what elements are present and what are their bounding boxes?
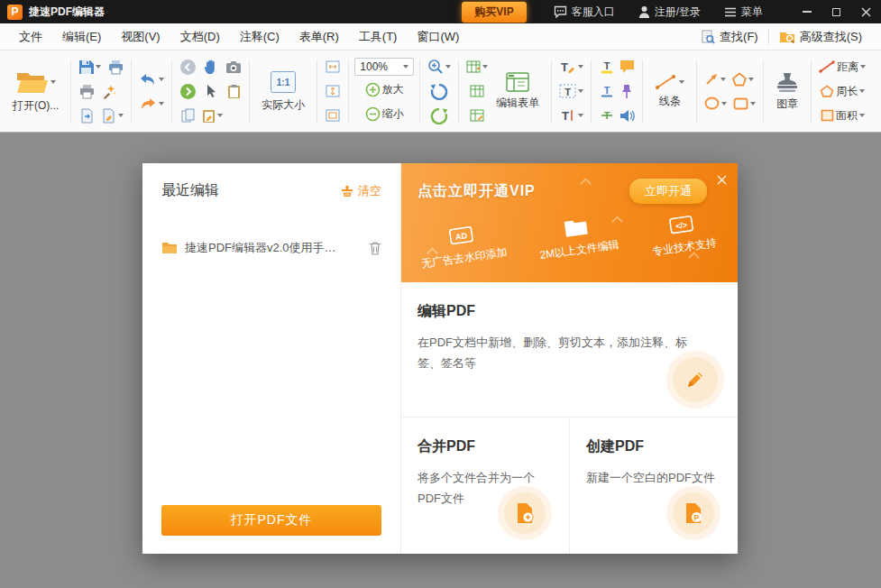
magnifier-dropdown-caret[interactable] [445,65,451,69]
ellipse-tool-button[interactable] [702,93,729,115]
advanced-find-button[interactable]: 高级查找(S) [769,29,872,45]
highlight-text-button[interactable]: T [597,56,617,78]
marquee-zoom-button[interactable] [426,56,453,78]
create-pdf-card[interactable]: 创建PDF 新建一个空白的PDF文件 P [569,418,738,554]
form-properties-button[interactable] [464,105,490,126]
login-button[interactable]: 注册/登录 [638,5,701,20]
menu-document[interactable]: 文档(D) [170,24,230,50]
ellipse-dropdown-caret[interactable] [721,102,727,106]
redo-dropdown-caret[interactable] [159,102,164,106]
polygon-tool-button[interactable] [730,69,756,90]
polygon-dropdown-caret[interactable] [748,78,754,81]
fit-width-button[interactable] [323,56,343,78]
form-dropdown-caret[interactable] [482,65,488,69]
arrow-dropdown-caret[interactable] [720,78,726,81]
distance-tool-button[interactable]: 距离 [817,56,867,78]
form-field-button[interactable] [464,80,490,102]
app-menu-button[interactable]: 菜单 [724,5,763,20]
edit-text-button[interactable]: T [557,56,585,78]
line-dropdown-caret[interactable] [679,80,684,84]
zoom-out-button[interactable]: 缩小 [354,103,414,124]
snapshot-button[interactable] [224,56,243,78]
find-button[interactable]: 查找(F) [691,29,768,45]
menu-window[interactable]: 窗口(W) [407,24,469,50]
actual-size-button[interactable]: 1:1 实际大小 [255,67,311,116]
feature-large-files-label: 2M以上文件编辑 [539,237,620,263]
rectangle-tool-button[interactable] [731,93,757,115]
area-tool-button[interactable]: 面积 [817,105,867,126]
add-text-button[interactable]: T [557,80,585,102]
open-file-button[interactable]: 打开(O)... [6,66,65,117]
zoom-level-select[interactable]: 100% [354,58,414,76]
edit-text-caret[interactable] [578,65,583,69]
open-dropdown-caret[interactable] [50,80,56,84]
wizard-button[interactable] [99,80,119,102]
rotate-right-button[interactable] [426,105,453,126]
add-text-caret[interactable] [578,89,583,93]
comment-button[interactable] [617,56,637,78]
undo-dropdown-caret[interactable] [159,78,164,81]
minimize-button[interactable] [792,0,821,23]
line-tool-button[interactable]: 线条 [648,70,691,113]
redo-button[interactable] [137,93,166,115]
merge-pdf-card[interactable]: 合并PDF 将多个文件合并为一个PDF文件 [401,418,569,554]
edit-pdf-card[interactable]: 编辑PDF 在PDF文档中新增、删除、剪切文本，添加注释、标签、签名等 [401,282,738,418]
clear-recent-button[interactable]: 清空 [341,183,381,199]
clipboard-icon [227,84,241,99]
print-button[interactable] [77,80,96,102]
area-dropdown-caret[interactable] [859,114,865,117]
edit-form-button[interactable]: 编辑表单 [490,69,546,115]
hand-tool-button[interactable] [201,56,221,78]
actual-size-label: 实际大小 [262,97,305,113]
menu-file[interactable]: 文件 [9,24,52,50]
sign-dropdown-caret[interactable] [118,114,124,117]
export-button[interactable] [77,105,96,126]
menu-view[interactable]: 视图(V) [111,24,170,50]
previous-view-button[interactable] [178,56,198,78]
open-pdf-button[interactable]: 打开PDF文件 [161,505,381,536]
stamp-button[interactable]: 图章 [769,68,805,115]
support-label: 客服入口 [572,5,615,20]
add-form-field-button[interactable] [464,56,490,78]
zoom-in-button[interactable]: 放大 [354,78,414,100]
rotate-left-button[interactable] [426,80,453,102]
next-view-button[interactable] [178,80,198,102]
banner-close-button[interactable] [714,170,730,191]
perimeter-tool-button[interactable]: 周长 [817,80,867,102]
menu-comment[interactable]: 注释(C) [230,24,289,50]
menu-edit[interactable]: 编辑(E) [52,24,111,50]
text-cursor-caret[interactable] [578,114,583,117]
support-button[interactable]: 客服入口 [554,5,615,20]
save-button[interactable] [77,56,103,78]
sign-doc-button[interactable] [99,105,125,126]
menu-form[interactable]: 表单(R) [289,24,349,50]
save-dropdown-caret[interactable] [96,65,101,69]
delete-recent-button[interactable] [369,241,381,255]
vip-banner[interactable]: 点击立即开通VIP 立即开通 AD 无广告去水印添加 2M以上文件编辑 [401,163,738,282]
maximize-button[interactable] [821,0,851,23]
pin-note-button[interactable] [617,80,637,102]
perimeter-dropdown-caret[interactable] [859,89,865,93]
fit-visible-button[interactable] [323,105,343,126]
text-cursor-button[interactable]: T [557,105,585,126]
app-logo: P [7,5,23,20]
undo-button[interactable] [137,69,166,90]
sound-note-button[interactable] [617,105,637,126]
close-button[interactable] [851,0,881,23]
rectangle-dropdown-caret[interactable] [750,102,756,106]
buy-vip-button[interactable]: 购买VIP [462,2,526,23]
open-vip-button[interactable]: 立即开通 [629,179,707,204]
print-preview-button[interactable] [106,56,125,78]
arrow-tool-button[interactable] [702,69,728,90]
fit-page-button[interactable] [323,80,343,102]
select-tool-button[interactable] [201,80,221,102]
distance-dropdown-caret[interactable] [860,65,866,69]
underline-text-button[interactable]: T [597,80,617,102]
clipboard-button[interactable] [224,80,243,102]
menu-tools[interactable]: 工具(T) [349,24,408,50]
strikeout-text-button[interactable]: T [597,105,617,126]
recent-file-item[interactable]: 捷速PDF编辑器v2.0使用手… [161,240,381,256]
paste-edit-button[interactable] [200,105,225,126]
arrange-pages-button[interactable] [178,105,197,126]
paste-dropdown-caret[interactable] [217,114,223,117]
